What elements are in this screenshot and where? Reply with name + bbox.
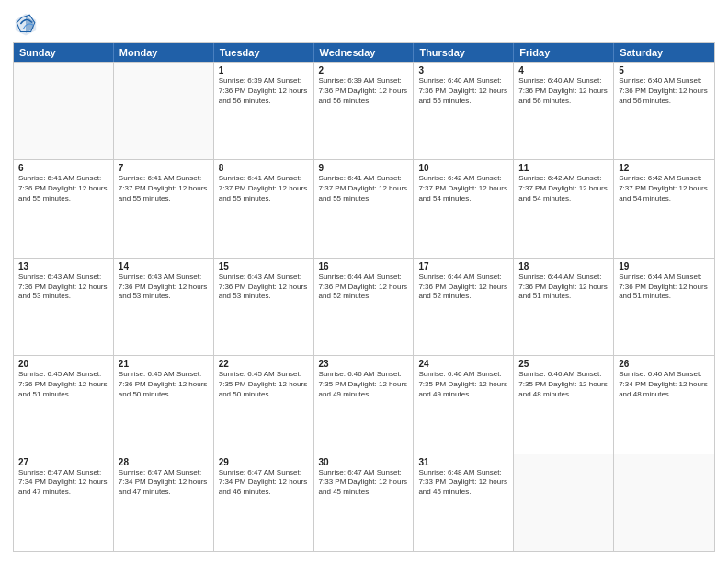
calendar-day-30: 30Sunrise: 6:47 AM Sunset: 7:33 PM Dayli… — [314, 454, 415, 551]
day-detail: Sunrise: 6:42 AM Sunset: 7:37 PM Dayligh… — [518, 174, 609, 203]
day-detail: Sunrise: 6:42 AM Sunset: 7:37 PM Dayligh… — [418, 174, 508, 203]
calendar-day-23: 23Sunrise: 6:46 AM Sunset: 7:35 PM Dayli… — [314, 356, 415, 453]
day-detail: Sunrise: 6:47 AM Sunset: 7:34 PM Dayligh… — [119, 468, 209, 498]
day-number: 18 — [518, 261, 609, 271]
day-detail: Sunrise: 6:41 AM Sunset: 7:36 PM Dayligh… — [18, 174, 108, 203]
day-number: 28 — [119, 457, 209, 467]
header-day-tuesday: Tuesday — [214, 43, 314, 62]
header-day-friday: Friday — [514, 43, 614, 62]
header-day-monday: Monday — [114, 43, 214, 62]
calendar-day-3: 3Sunrise: 6:40 AM Sunset: 7:36 PM Daylig… — [414, 63, 514, 159]
calendar-day-6: 6Sunrise: 6:41 AM Sunset: 7:36 PM Daylig… — [14, 160, 114, 257]
calendar-day-28: 28Sunrise: 6:47 AM Sunset: 7:34 PM Dayli… — [114, 454, 214, 551]
day-number: 3 — [418, 65, 508, 75]
day-detail: Sunrise: 6:40 AM Sunset: 7:36 PM Dayligh… — [418, 76, 508, 106]
calendar-day-26: 26Sunrise: 6:46 AM Sunset: 7:34 PM Dayli… — [614, 356, 714, 453]
day-detail: Sunrise: 6:44 AM Sunset: 7:36 PM Dayligh… — [418, 272, 508, 302]
calendar-day-27: 27Sunrise: 6:47 AM Sunset: 7:34 PM Dayli… — [14, 454, 114, 551]
day-detail: Sunrise: 6:48 AM Sunset: 7:33 PM Dayligh… — [418, 468, 508, 498]
calendar-row-1: 6Sunrise: 6:41 AM Sunset: 7:36 PM Daylig… — [14, 159, 714, 257]
calendar-day-7: 7Sunrise: 6:41 AM Sunset: 7:37 PM Daylig… — [114, 160, 214, 257]
calendar-row-2: 13Sunrise: 6:43 AM Sunset: 7:36 PM Dayli… — [14, 258, 714, 355]
calendar-day-19: 19Sunrise: 6:44 AM Sunset: 7:36 PM Dayli… — [614, 259, 714, 355]
day-detail: Sunrise: 6:44 AM Sunset: 7:36 PM Dayligh… — [518, 272, 609, 302]
calendar-day-31: 31Sunrise: 6:48 AM Sunset: 7:33 PM Dayli… — [414, 454, 514, 551]
day-number: 19 — [619, 261, 710, 271]
day-detail: Sunrise: 6:41 AM Sunset: 7:37 PM Dayligh… — [219, 174, 309, 203]
day-number: 12 — [619, 163, 710, 173]
day-number: 6 — [18, 163, 108, 173]
calendar-row-4: 27Sunrise: 6:47 AM Sunset: 7:34 PM Dayli… — [14, 454, 714, 551]
calendar-empty-cell — [614, 454, 714, 551]
day-number: 15 — [219, 261, 309, 271]
header-day-thursday: Thursday — [414, 43, 514, 62]
calendar-day-5: 5Sunrise: 6:40 AM Sunset: 7:36 PM Daylig… — [614, 63, 714, 159]
day-detail: Sunrise: 6:40 AM Sunset: 7:36 PM Dayligh… — [518, 76, 609, 106]
day-number: 1 — [219, 65, 309, 75]
day-detail: Sunrise: 6:46 AM Sunset: 7:35 PM Dayligh… — [518, 370, 609, 399]
day-number: 11 — [518, 163, 609, 173]
calendar-day-17: 17Sunrise: 6:44 AM Sunset: 7:36 PM Dayli… — [414, 259, 514, 355]
calendar-row-0: 1Sunrise: 6:39 AM Sunset: 7:36 PM Daylig… — [14, 62, 714, 159]
calendar-day-2: 2Sunrise: 6:39 AM Sunset: 7:36 PM Daylig… — [314, 63, 415, 159]
day-detail: Sunrise: 6:39 AM Sunset: 7:36 PM Dayligh… — [319, 76, 409, 106]
day-number: 10 — [418, 163, 508, 173]
day-number: 4 — [518, 65, 609, 75]
day-detail: Sunrise: 6:46 AM Sunset: 7:35 PM Dayligh… — [418, 370, 508, 399]
day-number: 14 — [119, 261, 209, 271]
calendar-day-18: 18Sunrise: 6:44 AM Sunset: 7:36 PM Dayli… — [514, 259, 614, 355]
day-number: 16 — [319, 261, 409, 271]
calendar-day-29: 29Sunrise: 6:47 AM Sunset: 7:34 PM Dayli… — [214, 454, 314, 551]
day-detail: Sunrise: 6:47 AM Sunset: 7:33 PM Dayligh… — [319, 468, 409, 498]
calendar-day-10: 10Sunrise: 6:42 AM Sunset: 7:37 PM Dayli… — [414, 160, 514, 257]
logo — [13, 11, 42, 37]
day-number: 20 — [18, 359, 108, 369]
day-number: 24 — [418, 359, 508, 369]
calendar-day-9: 9Sunrise: 6:41 AM Sunset: 7:37 PM Daylig… — [314, 160, 415, 257]
day-number: 22 — [219, 359, 309, 369]
day-number: 27 — [18, 457, 108, 467]
calendar-day-16: 16Sunrise: 6:44 AM Sunset: 7:36 PM Dayli… — [314, 259, 415, 355]
calendar-day-24: 24Sunrise: 6:46 AM Sunset: 7:35 PM Dayli… — [414, 356, 514, 453]
calendar-day-22: 22Sunrise: 6:45 AM Sunset: 7:35 PM Dayli… — [214, 356, 314, 453]
calendar: SundayMondayTuesdayWednesdayThursdayFrid… — [13, 42, 715, 552]
calendar-day-14: 14Sunrise: 6:43 AM Sunset: 7:36 PM Dayli… — [114, 259, 214, 355]
calendar-body: 1Sunrise: 6:39 AM Sunset: 7:36 PM Daylig… — [14, 62, 714, 551]
day-detail: Sunrise: 6:46 AM Sunset: 7:34 PM Dayligh… — [619, 370, 710, 399]
day-detail: Sunrise: 6:43 AM Sunset: 7:36 PM Dayligh… — [119, 272, 209, 302]
calendar-empty-cell — [514, 454, 614, 551]
calendar-day-11: 11Sunrise: 6:42 AM Sunset: 7:37 PM Dayli… — [514, 160, 614, 257]
day-number: 26 — [619, 359, 710, 369]
day-detail: Sunrise: 6:46 AM Sunset: 7:35 PM Dayligh… — [319, 370, 409, 399]
logo-icon — [13, 11, 39, 37]
calendar-empty-cell — [114, 63, 214, 159]
calendar-day-12: 12Sunrise: 6:42 AM Sunset: 7:37 PM Dayli… — [614, 160, 714, 257]
calendar-header: SundayMondayTuesdayWednesdayThursdayFrid… — [14, 43, 714, 62]
day-number: 25 — [518, 359, 609, 369]
calendar-day-21: 21Sunrise: 6:45 AM Sunset: 7:36 PM Dayli… — [114, 356, 214, 453]
day-detail: Sunrise: 6:43 AM Sunset: 7:36 PM Dayligh… — [18, 272, 108, 302]
day-number: 17 — [418, 261, 508, 271]
calendar-day-8: 8Sunrise: 6:41 AM Sunset: 7:37 PM Daylig… — [214, 160, 314, 257]
day-detail: Sunrise: 6:45 AM Sunset: 7:36 PM Dayligh… — [18, 370, 108, 399]
day-detail: Sunrise: 6:42 AM Sunset: 7:37 PM Dayligh… — [619, 174, 710, 203]
calendar-day-1: 1Sunrise: 6:39 AM Sunset: 7:36 PM Daylig… — [214, 63, 314, 159]
day-number: 7 — [119, 163, 209, 173]
day-number: 23 — [319, 359, 409, 369]
day-number: 2 — [319, 65, 409, 75]
day-detail: Sunrise: 6:44 AM Sunset: 7:36 PM Dayligh… — [619, 272, 710, 302]
day-number: 31 — [418, 457, 508, 467]
calendar-row-3: 20Sunrise: 6:45 AM Sunset: 7:36 PM Dayli… — [14, 355, 714, 453]
day-number: 9 — [319, 163, 409, 173]
day-detail: Sunrise: 6:41 AM Sunset: 7:37 PM Dayligh… — [319, 174, 409, 203]
day-detail: Sunrise: 6:47 AM Sunset: 7:34 PM Dayligh… — [219, 468, 309, 498]
day-detail: Sunrise: 6:39 AM Sunset: 7:36 PM Dayligh… — [219, 76, 309, 106]
calendar-day-15: 15Sunrise: 6:43 AM Sunset: 7:36 PM Dayli… — [214, 259, 314, 355]
calendar-day-13: 13Sunrise: 6:43 AM Sunset: 7:36 PM Dayli… — [14, 259, 114, 355]
day-detail: Sunrise: 6:47 AM Sunset: 7:34 PM Dayligh… — [18, 468, 108, 498]
day-number: 29 — [219, 457, 309, 467]
calendar-day-20: 20Sunrise: 6:45 AM Sunset: 7:36 PM Dayli… — [14, 356, 114, 453]
day-number: 30 — [319, 457, 409, 467]
day-detail: Sunrise: 6:45 AM Sunset: 7:35 PM Dayligh… — [219, 370, 309, 399]
day-number: 21 — [119, 359, 209, 369]
